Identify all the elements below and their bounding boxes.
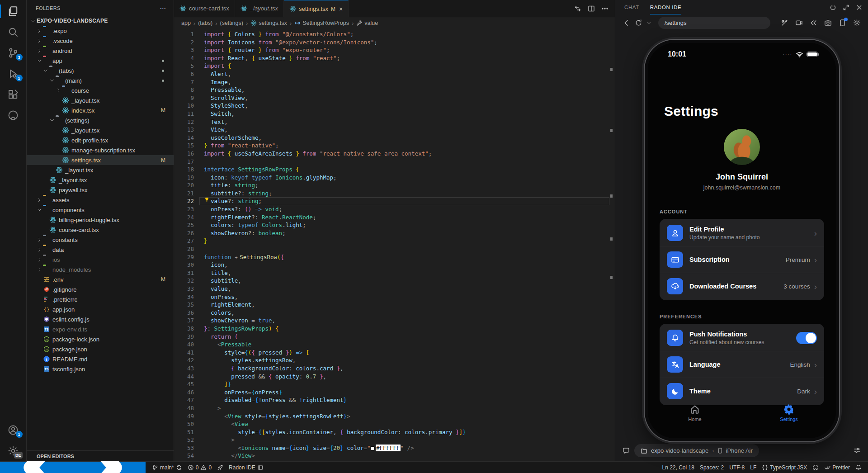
tab--layout-tsx[interactable]: _layout.tsx — [235, 0, 284, 17]
back-icon[interactable] — [623, 19, 630, 27]
tree-item--layout-tsx[interactable]: _layout.tsx — [27, 125, 174, 135]
tree-item-course-card-tsx[interactable]: course-card.tsx — [27, 225, 174, 235]
avatar[interactable] — [724, 129, 760, 165]
reload-icon[interactable] — [635, 19, 642, 27]
status-problems[interactable]: 00 — [185, 462, 214, 473]
status-notifications[interactable] — [853, 464, 864, 471]
activity-source-control[interactable]: 3 — [0, 43, 27, 63]
phone-tab-settings[interactable]: Settings — [742, 404, 836, 422]
tree-item--expo[interactable]: .expo — [27, 26, 174, 36]
tree-item-readme-md[interactable]: iREADME.md — [27, 354, 174, 364]
status-encoding[interactable]: UTF-8 — [726, 464, 747, 471]
tree-item-expo-env-d-ts[interactable]: TSexpo-env.d.ts — [27, 324, 174, 334]
tree-item--vscode[interactable]: .vscode — [27, 36, 174, 46]
status-language-mode[interactable]: TypeScript JSX — [759, 464, 810, 471]
settings-row-subscription[interactable]: SubscriptionPremium› — [660, 246, 824, 273]
tree-item-settings-tsx[interactable]: settings.tsxM — [27, 155, 174, 165]
tab-settings-tsx[interactable]: settings.tsxM× — [284, 0, 349, 17]
breadcrumb-app[interactable]: app — [181, 20, 191, 26]
status-branch[interactable]: main* — [149, 462, 185, 473]
tree-item-package-lock-json[interactable]: JSpackage-lock.json — [27, 334, 174, 344]
tree-item-data[interactable]: data — [27, 245, 174, 255]
screenshot-icon[interactable] — [824, 19, 832, 27]
activity-settings[interactable]: DE — [0, 440, 27, 461]
panel-tab-radon-ide[interactable]: RADON IDE — [650, 0, 681, 14]
tree-item-constants[interactable]: constants — [27, 235, 174, 245]
tree-item--prettierrc[interactable]: .prettierrc — [27, 294, 174, 304]
tree-item-course[interactable]: course — [27, 85, 174, 95]
settings-row-push-notifications[interactable]: Push NotificationsGet notified about new… — [660, 325, 824, 351]
tree-item-ios[interactable]: ios — [27, 255, 174, 265]
record-video-icon[interactable] — [795, 19, 803, 27]
status-radon-launch[interactable] — [214, 462, 226, 473]
color-swatch[interactable] — [371, 446, 375, 450]
breadcrumb-settings-tsx[interactable]: settings.tsx — [250, 20, 287, 26]
breadcrumb--settings-[interactable]: (settings) — [220, 20, 243, 26]
tree-item-app-json[interactable]: {}app.json — [27, 304, 174, 314]
tree-item-index-tsx[interactable]: index.tsxM — [27, 105, 174, 115]
activity-search[interactable] — [0, 22, 27, 43]
code-editor[interactable]: 1234567891011121314151617181920212223242… — [174, 29, 615, 461]
activity-accounts[interactable]: 1 — [0, 420, 27, 440]
tree-item-billing-period-toggle-tsx[interactable]: billing-period-toggle.tsx — [27, 215, 174, 225]
tree-item-manage-subscription-tsx[interactable]: manage-subscription.tsx — [27, 145, 174, 155]
device-profile-icon[interactable] — [839, 19, 846, 27]
iphone-screen[interactable]: 10:01 ···· Settings John Squirrel john.s… — [648, 43, 836, 438]
device-select[interactable]: expo-video-landscape › iPhone Air — [634, 444, 759, 457]
tree-item--env[interactable]: .envM — [27, 274, 174, 284]
tree-item--gitignore[interactable]: .gitignore — [27, 284, 174, 294]
tree-item--main-[interactable]: (main) — [27, 76, 174, 85]
status-formatter[interactable]: Prettier — [821, 464, 853, 471]
split-editor-icon[interactable] — [588, 5, 595, 12]
settings-row-theme[interactable]: ThemeDark› — [660, 378, 824, 404]
tree-item-package-json[interactable]: JSpackage.json — [27, 344, 174, 354]
status-radon-ide[interactable]: Radon IDE — [226, 462, 266, 473]
close-icon[interactable] — [856, 4, 863, 11]
activity-run-debug[interactable]: 1 — [0, 63, 27, 84]
tree-item-node-modules[interactable]: node_modules — [27, 265, 174, 274]
push-notifications-toggle[interactable] — [796, 332, 817, 344]
open-changes-icon[interactable] — [574, 5, 581, 12]
tree-item--layout-tsx[interactable]: _layout.tsx — [27, 95, 174, 105]
activity-github[interactable] — [0, 105, 27, 126]
radon-preview-icon[interactable]: ✦ — [235, 254, 238, 260]
tree-item-paywall-tsx[interactable]: paywall.tsx — [27, 185, 174, 195]
status-eol[interactable]: LF — [747, 464, 759, 471]
tree-item--tabs-[interactable]: (tabs) — [27, 66, 174, 76]
breadcrumb-settingsrowprops[interactable]: SettingsRowProps — [294, 20, 349, 26]
dev-tools-icon[interactable] — [781, 19, 788, 27]
tree-item-components[interactable]: components — [27, 205, 174, 215]
more-actions-icon[interactable]: ⋯ — [160, 5, 166, 12]
tree-item--layout-tsx[interactable]: _layout.tsx — [27, 175, 174, 185]
activity-extensions[interactable] — [0, 84, 27, 105]
activity-explorer[interactable] — [0, 1, 27, 22]
open-editors-section[interactable]: OPEN EDITORS — [27, 450, 174, 461]
reload-caret-icon[interactable] — [647, 19, 651, 27]
settings-row-edit-profile[interactable]: Edit ProfileUpdate your name and photo› — [660, 220, 824, 246]
power-icon[interactable] — [830, 4, 836, 11]
tree-item-tsconfig-json[interactable]: TStsconfig.json — [27, 364, 174, 374]
tab-course-card-tsx[interactable]: course-card.tsx — [174, 0, 235, 17]
tree-item-app[interactable]: app — [27, 56, 174, 66]
tree-item-assets[interactable]: assets — [27, 195, 174, 205]
url-bar[interactable]: /settings — [658, 17, 770, 29]
breadcrumb-value[interactable]: value — [356, 20, 378, 26]
tree-item-android[interactable]: android — [27, 46, 174, 56]
status-copilot[interactable] — [810, 464, 821, 471]
tree-item--settings-[interactable]: (settings) — [27, 115, 174, 125]
close-icon[interactable]: × — [339, 6, 343, 12]
breadcrumb--tabs-[interactable]: (tabs) — [198, 20, 212, 26]
panel-settings-icon[interactable] — [853, 19, 861, 27]
settings-row-language[interactable]: LanguageEnglish› — [660, 351, 824, 378]
status-indentation[interactable]: Spaces: 2 — [697, 464, 726, 471]
phone-tab-home[interactable]: Home — [648, 404, 742, 422]
expand-icon[interactable] — [843, 4, 849, 11]
tree-item-expo-video-landscape[interactable]: EXPO-VIDEO-LANDSCAPE — [27, 16, 174, 26]
tree-item-eslint-config-js[interactable]: eslint.config.js — [27, 314, 174, 324]
status-remote[interactable] — [0, 462, 146, 473]
display-settings-icon[interactable] — [854, 447, 861, 454]
settings-row-downloaded-courses[interactable]: Downloaded Courses3 courses› — [660, 273, 824, 299]
replay-icon[interactable] — [810, 19, 817, 27]
more-actions-icon[interactable] — [601, 5, 609, 12]
tree-item--layout-tsx[interactable]: _layout.tsx — [27, 165, 174, 175]
